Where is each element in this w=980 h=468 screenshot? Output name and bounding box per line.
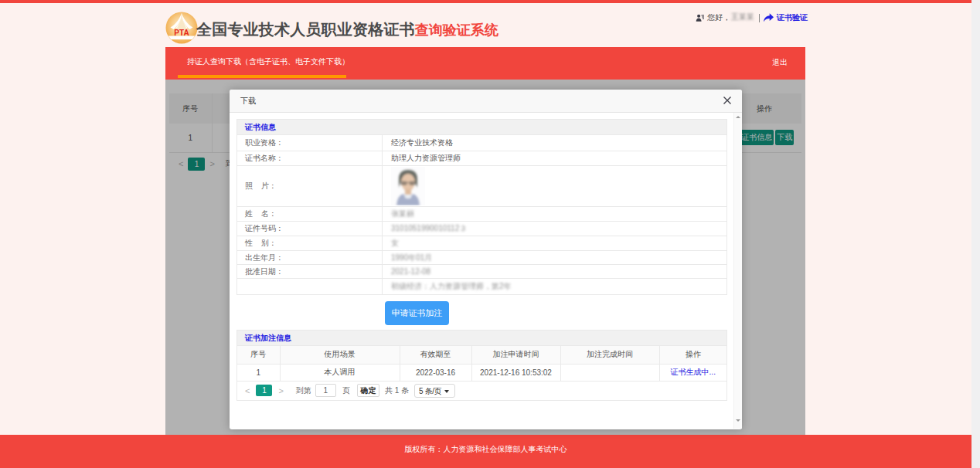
svg-text:PTA: PTA: [174, 29, 189, 37]
